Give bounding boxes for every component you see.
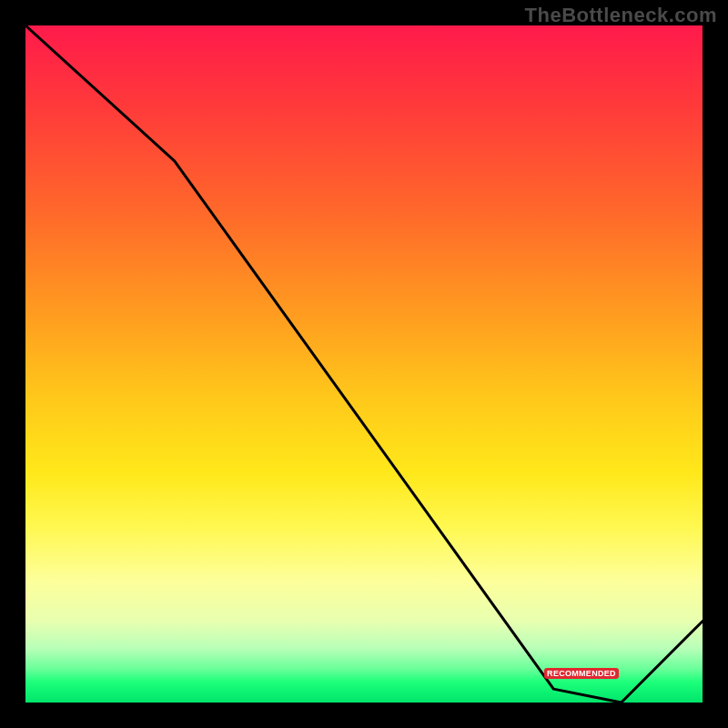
plot-area: RECOMMENDED <box>25 25 703 703</box>
recommended-badge: RECOMMENDED <box>544 668 619 679</box>
watermark-text: TheBottleneck.com <box>525 4 717 27</box>
bottleneck-line <box>25 25 703 703</box>
chart-frame: TheBottleneck.com RECOMMENDED <box>0 0 728 728</box>
